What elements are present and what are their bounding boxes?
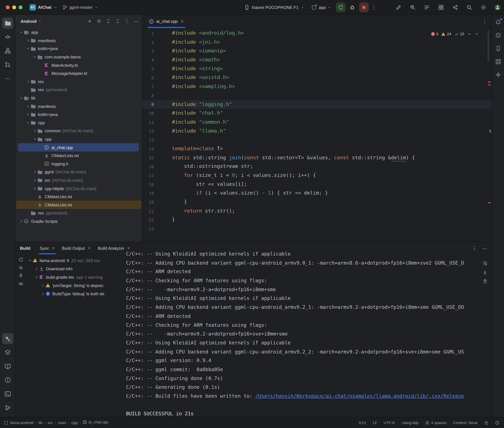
code-line-16[interactable]: 16 std::ostringstream str; [142,162,492,171]
tree-item-manifests[interactable]: manifests [16,102,142,110]
tree-chevron-icon[interactable] [19,219,24,223]
tree-item-res[interactable]: res [16,78,142,86]
eye-icon[interactable] [18,281,24,286]
breadcrumb-item[interactable]: src [48,420,53,425]
version-control-toolwindow-button[interactable] [2,402,13,413]
code-line-21[interactable]: 21 return str.str(); [142,207,492,216]
tree-chevron-icon[interactable] [19,96,24,100]
close-window-button[interactable] [6,5,10,9]
build-tab-build-analyzer[interactable]: Build Analyzer✕ [94,242,134,254]
device-selector[interactable]: Xiaomi POCOPHONE F1 [242,4,307,11]
tree-item-common[interactable]: common[AiChat.lib.main] [16,127,142,135]
code-line-11[interactable]: 11#include "common.h" [142,118,492,127]
code-line-18[interactable]: 18 str << values[i]; [142,180,492,189]
tree-item-cmakelists.txt[interactable]: CMakeLists.txt [16,201,141,209]
breadcrumb-item[interactable]: cpp [71,420,77,425]
more-actions-button[interactable]: ⋮ [371,4,377,10]
code-line-2[interactable]: 2#include <jni.h> [142,38,492,47]
soft-wrap-icon[interactable] [482,261,487,266]
code-line-23[interactable]: 23 [142,224,492,233]
clear-console-icon[interactable] [482,279,487,284]
tree-item-gradle-scripts[interactable]: GGradle Scripts [16,217,142,225]
tree-item-kotlin+java[interactable]: kotlin+java [16,45,142,53]
code-line-10[interactable]: 10#include "chat.h" [142,109,492,118]
user-avatar[interactable] [494,4,501,10]
breadcrumb-item[interactable]: Cai_chat.cpp [83,420,108,425]
tree-chevron-icon[interactable] [32,170,37,174]
search-replace-icon[interactable] [410,4,416,10]
running-devices-toolwindow-button[interactable] [2,361,13,372]
stop-build-icon[interactable] [18,265,24,270]
structure-toolwindow-button[interactable] [2,45,13,56]
minimize-window-button[interactable] [12,5,16,9]
notifications-button[interactable] [494,18,503,26]
tree-item-messageadapter.kt[interactable]: MessageAdapter.kt [16,69,142,78]
build-console[interactable]: C/C++: -- Using KleidiAI optimized kerne… [122,250,478,417]
tree-item-cmakelists.txt[interactable]: CMakeLists.txt [16,152,142,160]
code-line-19[interactable]: 19 if (i < values.size() - 1) { str << d… [142,189,492,198]
error-count[interactable]: !3 [431,32,438,36]
tree-item-logging.h[interactable]: Hlogging.h [16,160,142,168]
build-tab-sync[interactable]: Sync✕ [36,242,59,254]
problems-toolwindow-button[interactable] [2,375,13,386]
code-line-8[interactable]: 8 [142,91,492,100]
code-line-5[interactable]: 5#include <string> [142,64,492,73]
tree-item-com.example.llama[interactable]: com.example.llama [16,53,142,61]
tree-item-ggml[interactable]: ggml[AiChat.lib.main] [16,168,142,176]
gradle-toolwindow-button[interactable]: G [494,31,503,40]
tree-chevron-icon[interactable] [19,30,24,35]
code-line-9[interactable]: 9#include "logging.h" [142,100,492,109]
code-line-14[interactable]: 14template<class T> [142,144,492,153]
pin-icon[interactable] [18,273,24,278]
tree-chevron-icon[interactable] [32,129,37,133]
breadcrumbs[interactable]: llama.android›lib›src›main›cpp›Cai_chat.… [10,420,108,425]
tree-item-res[interactable]: res(generated) [16,209,142,217]
hide-build-panel-button[interactable]: — [482,246,487,251]
more-toolwindows-button[interactable]: ⋯ [2,73,13,84]
tree-item-lib[interactable]: lib [16,94,142,102]
tree-chevron-icon[interactable] [25,104,31,109]
tree-item-mainactivity.kt[interactable]: MainActivity.kt [16,61,142,69]
tree-item-kotlin+java[interactable]: kotlin+java [16,110,142,119]
clang-tidy-indicator[interactable]: .clang-tidy [401,420,419,425]
encoding-indicator[interactable]: UTF-8 [384,420,395,425]
device-manager-button[interactable] [494,44,503,53]
search-icon[interactable] [466,4,472,10]
build-tree-item[interactable]: build.gradle.ktsapp 1 warning [26,273,122,281]
rerun-button[interactable] [336,3,346,12]
build-toolwindow-button[interactable] [2,333,13,344]
tree-item-cpp[interactable]: cpp [16,135,142,143]
code-line-13[interactable]: 13 [142,135,492,144]
editor-scrollbar[interactable] [487,31,489,61]
write-access-widget[interactable] [484,420,488,425]
code-line-6[interactable]: 6#include <unistd.h> [142,73,492,82]
code-line-7[interactable]: 7#include <sampling.h> [142,82,492,91]
run-configuration-selector[interactable]: app [309,3,334,11]
expand-all-button[interactable] [106,19,111,24]
breadcrumb-item[interactable]: llama.android [10,420,34,425]
line-ending-indicator[interactable]: LF [373,420,377,425]
tree-item-ai_chat.cpp[interactable]: Cai_chat.cpp [18,143,139,152]
close-tab-icon[interactable]: ✕ [127,246,130,250]
layout-inspector-button[interactable] [494,57,503,66]
passed-count[interactable]: 15 [454,32,464,36]
app-inspection-toolwindow-button[interactable] [2,347,13,358]
debug-button[interactable] [348,3,357,12]
warning-count[interactable]: 24 [441,32,451,36]
prev-problem-icon[interactable] [467,32,472,36]
code-line-20[interactable]: 20 } [142,198,492,207]
list-lines-icon[interactable] [424,4,430,10]
hide-panel-button[interactable]: — [134,19,139,24]
context-indicator[interactable]: Context: None [453,420,478,425]
scroll-to-end-icon[interactable] [482,270,487,275]
breadcrumb-item[interactable]: main [58,420,66,425]
tree-chevron-icon[interactable] [28,258,32,262]
build-variants-icon[interactable] [438,4,444,10]
next-problem-icon[interactable] [475,32,479,36]
tree-chevron-icon[interactable] [25,80,31,84]
code-line-22[interactable]: 22} [142,216,492,224]
assistant-button[interactable] [494,70,503,79]
stop-button[interactable] [359,3,369,12]
panel-options-button[interactable]: ⋮ [124,19,129,24]
tree-chevron-icon[interactable] [32,137,37,141]
